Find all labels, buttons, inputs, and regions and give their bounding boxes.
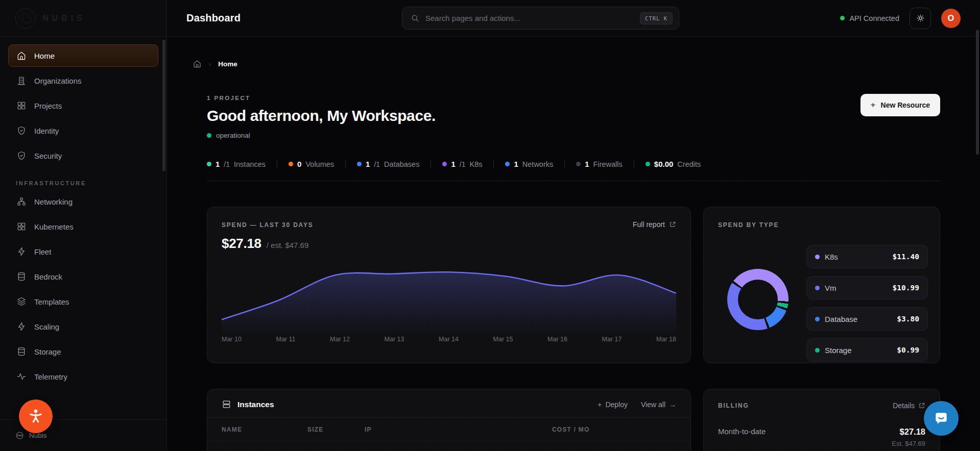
cards-row-top: SPEND — LAST 30 DAYS $27.18 / est. $47.6…: [207, 207, 940, 363]
theme-toggle-button[interactable]: [910, 8, 931, 29]
arrow-right-icon: →: [669, 400, 676, 409]
sidebar-item-label: Security: [34, 152, 62, 160]
legend-dot: [815, 255, 820, 259]
stat-dot: [442, 162, 447, 166]
shield-check-icon: [16, 126, 27, 136]
sidebar: NUBIS Home Organizations Projects Identi…: [0, 0, 167, 451]
billing-card: BILLING Details Month-to-date $27.18 Est…: [703, 389, 940, 451]
billing-estimate: Est. $47.69: [892, 440, 925, 447]
view-all-link[interactable]: View all →: [641, 400, 676, 409]
stat-value: 1: [585, 160, 589, 168]
breadcrumb-current[interactable]: Home: [218, 60, 237, 68]
stat-dot: [207, 162, 211, 166]
sidebar-item-label: Storage: [34, 347, 61, 356]
user-avatar[interactable]: O: [941, 9, 961, 28]
keyboard-shortcut-badge: CTRL K: [640, 12, 673, 24]
sidebar-item-security[interactable]: Security: [8, 144, 158, 167]
sidebar-item-label: Fleet: [34, 247, 51, 256]
stat-label: Networks: [522, 160, 553, 168]
search-input[interactable]: [425, 14, 634, 22]
stat-label: Databases: [384, 160, 419, 168]
grid-icon: [16, 221, 27, 232]
column-size: SIZE: [307, 426, 365, 433]
sidebar-item-scaling[interactable]: Scaling: [8, 315, 158, 338]
hero-section: 1 PROJECT Good afternoon, My Workspace. …: [207, 95, 940, 139]
sidebar-item-kubernetes[interactable]: Kubernetes: [8, 215, 158, 238]
sidebar-item-label: Networking: [34, 197, 73, 206]
sidebar-item-storage[interactable]: Storage: [8, 340, 158, 363]
new-resource-button[interactable]: + New Resource: [861, 94, 940, 116]
content: › Home 1 PROJECT Good afternoon, My Work…: [167, 37, 980, 451]
deploy-button[interactable]: + Deploy: [597, 400, 628, 409]
sidebar-item-templates[interactable]: Templates: [8, 290, 158, 313]
sidebar-item-telemetry[interactable]: Telemetry: [8, 365, 158, 388]
chat-button[interactable]: [924, 401, 959, 436]
stat-divider: [634, 160, 634, 168]
column-cost: COST / MO: [552, 426, 676, 433]
stat-label: Credits: [677, 160, 701, 168]
full-report-link[interactable]: Full report: [633, 220, 676, 229]
external-link-icon: [918, 402, 925, 409]
stat-networks: 1 Networks: [505, 160, 553, 168]
home-icon[interactable]: [193, 59, 202, 68]
stat-firewalls: 1 Firewalls: [576, 160, 623, 168]
topbar-right: API Connected O: [840, 8, 961, 29]
view-all-label: View all: [641, 400, 665, 409]
billing-details-link[interactable]: Details: [893, 402, 925, 410]
bolt-icon: [16, 321, 27, 332]
project-count-label: 1 PROJECT: [207, 95, 940, 101]
chat-icon: [933, 410, 949, 427]
stat-k8s: 1 /1 K8s: [442, 160, 482, 168]
divider: [207, 441, 690, 441]
building-icon: [16, 76, 27, 86]
globe-logo-icon: [15, 8, 36, 29]
layers-icon: [16, 296, 27, 307]
shield-check-icon: [16, 151, 27, 161]
sidebar-item-label: Templates: [34, 297, 69, 306]
stat-dot: [576, 162, 581, 166]
database-icon: [16, 346, 27, 357]
sidebar-item-label: Home: [34, 52, 55, 60]
sidebar-scrollbar-thumb[interactable]: [162, 40, 165, 171]
logo: NUBIS: [0, 0, 166, 37]
network-icon: [16, 196, 27, 207]
stat-suffix: /1: [374, 160, 380, 168]
area-fill: [222, 272, 676, 332]
sidebar-item-organizations[interactable]: Organizations: [8, 69, 158, 92]
sidebar-item-identity[interactable]: Identity: [8, 119, 158, 142]
stat-divider: [431, 160, 431, 168]
instances-actions: + Deploy View all →: [597, 400, 676, 409]
instances-table-header: NAME SIZE IP COST / MO: [207, 426, 690, 433]
legend-value: $11.40: [893, 253, 919, 261]
page-scrollbar-thumb[interactable]: [976, 30, 979, 155]
resource-stats-row: 1 /1 Instances 0 Volumes 1 /1 Databases: [207, 160, 940, 168]
sidebar-item-networking[interactable]: Networking: [8, 190, 158, 213]
legend-value: $0.99: [897, 346, 919, 354]
external-link-icon: [669, 221, 676, 228]
plus-icon: +: [597, 400, 602, 409]
legend-name: Vm: [825, 284, 888, 292]
sidebar-item-projects[interactable]: Projects: [8, 94, 158, 117]
stat-label: Volumes: [305, 160, 334, 168]
search-box[interactable]: CTRL K: [402, 7, 679, 30]
stat-value: 1: [366, 160, 370, 168]
legend-name: Storage: [825, 346, 892, 355]
spend-card-title: SPEND — LAST 30 DAYS: [222, 221, 676, 229]
sidebar-item-bedrock[interactable]: Bedrock: [8, 265, 158, 288]
sidebar-item-home[interactable]: Home: [8, 44, 158, 67]
stat-volumes: 0 Volumes: [289, 160, 334, 168]
full-report-label: Full report: [633, 220, 665, 229]
column-name: NAME: [222, 426, 307, 433]
sidebar-item-label: Kubernetes: [34, 222, 74, 231]
stat-suffix: /1: [224, 160, 230, 168]
stat-label: Instances: [234, 160, 266, 168]
sidebar-item-fleet[interactable]: Fleet: [8, 240, 158, 263]
main-area: Dashboard CTRL K API Connected O ›: [167, 0, 980, 451]
home-icon: [16, 51, 27, 61]
spend-legend: K8s $11.40 Vm $10.99 Database $3.80: [806, 245, 928, 369]
legend-name: Database: [825, 315, 892, 323]
accessibility-button[interactable]: [19, 399, 53, 433]
instances-card: Instances + Deploy View all →: [207, 389, 691, 451]
spend-card: SPEND — LAST 30 DAYS $27.18 / est. $47.6…: [207, 207, 691, 363]
sidebar-item-label: Organizations: [34, 77, 82, 85]
